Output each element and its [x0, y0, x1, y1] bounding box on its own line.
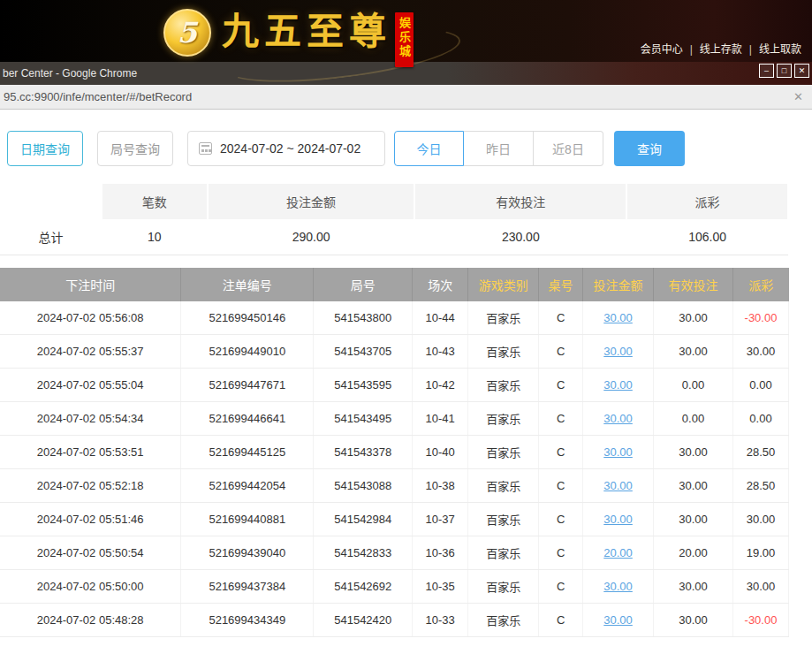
header-nav: 会员中心|线上存款|线上取款	[641, 41, 801, 56]
column-header: 下注时间	[0, 268, 181, 301]
bet-time: 2024-07-02 05:52:18	[0, 469, 181, 503]
bet-amount-cell: 30.00	[583, 503, 654, 536]
session-no: 10-40	[413, 436, 468, 469]
date-range-value: 2024-07-02 ~ 2024-07-02	[220, 141, 360, 156]
summary-valid-bet-value: 230.00	[414, 219, 626, 255]
bet-row: 2024-07-02 05:53:51521699445125541543378…	[0, 436, 789, 469]
site-header: 5 九五至尊 娱乐城 会员中心|线上存款|线上取款	[0, 0, 812, 62]
bet-amount-link[interactable]: 30.00	[603, 513, 633, 526]
table-no: C	[539, 369, 583, 402]
session-no: 10-41	[413, 402, 468, 436]
bet-row: 2024-07-02 05:48:28521699434349541542420…	[0, 604, 789, 637]
bet-time: 2024-07-02 05:50:00	[0, 570, 181, 604]
bet-amount-link[interactable]: 30.00	[603, 345, 633, 358]
url-input[interactable]: 95.cc:9900/infe/mcenter/#/betRecord	[0, 90, 192, 103]
bet-time: 2024-07-02 05:54:34	[0, 402, 181, 436]
bet-amount-link[interactable]: 30.00	[603, 445, 633, 459]
table-no: C	[539, 436, 583, 469]
bet-row: 2024-07-02 05:55:04521699447671541543595…	[0, 369, 789, 402]
valid-bet: 0.00	[654, 369, 733, 402]
game-type: 百家乐	[468, 335, 539, 369]
valid-bet: 30.00	[654, 335, 733, 369]
bet-id: 521699447671	[181, 369, 314, 402]
round-query-button[interactable]: 局号查询	[97, 131, 173, 166]
nav-separator: |	[749, 43, 752, 56]
round-no: 541543378	[314, 436, 413, 469]
valid-bet: 0.00	[654, 402, 733, 436]
payout: 19.00	[732, 536, 788, 570]
table-no: C	[539, 402, 583, 436]
nav-separator: |	[690, 43, 693, 56]
valid-bet: 30.00	[654, 469, 733, 503]
summary-header-count: 笔数	[102, 184, 208, 219]
bet-amount-link[interactable]: 20.00	[603, 546, 633, 559]
bet-amount-link[interactable]: 30.00	[603, 311, 633, 324]
bet-row: 2024-07-02 05:54:34521699446641541543495…	[0, 402, 789, 436]
payout: 30.00	[732, 570, 788, 604]
quick-range-group: 今日 昨日 近8日	[394, 131, 603, 166]
column-header: 游戏类别	[468, 268, 539, 301]
round-no: 541542984	[314, 503, 413, 536]
minimize-button[interactable]: –	[759, 64, 774, 78]
bet-amount-link[interactable]: 30.00	[603, 479, 633, 492]
bet-amount-link[interactable]: 30.00	[603, 378, 633, 392]
quick-today-button[interactable]: 今日	[394, 131, 464, 166]
date-query-button[interactable]: 日期查询	[7, 131, 83, 166]
game-type: 百家乐	[468, 469, 539, 503]
bet-time: 2024-07-02 05:50:54	[0, 536, 181, 570]
bet-amount-link[interactable]: 30.00	[603, 613, 633, 627]
summary-header-bet-amount: 投注金额	[208, 184, 415, 219]
bet-row: 2024-07-02 05:50:54521699439040541542833…	[0, 536, 789, 570]
date-range-picker[interactable]: 2024-07-02 ~ 2024-07-02	[187, 131, 385, 166]
bet-table-header-row: 下注时间注单编号局号场次游戏类别桌号投注金额有效投注派彩	[0, 268, 789, 301]
bet-id: 521699446641	[181, 402, 314, 436]
nav-online-withdraw[interactable]: 线上取款	[759, 43, 801, 56]
round-no: 541543495	[314, 402, 413, 436]
bet-time: 2024-07-02 05:53:51	[0, 436, 181, 469]
bet-row: 2024-07-02 05:50:00521699437384541542692…	[0, 570, 789, 604]
bet-amount-cell: 30.00	[583, 570, 654, 604]
table-no: C	[539, 570, 583, 604]
payout: 30.00	[732, 335, 788, 369]
payout: 28.50	[732, 469, 788, 503]
close-icon[interactable]: ✕	[793, 90, 803, 103]
payout: 0.00	[732, 369, 788, 402]
bet-time: 2024-07-02 05:55:04	[0, 369, 181, 402]
bet-id: 521699442054	[181, 469, 314, 503]
session-no: 10-37	[413, 503, 468, 536]
maximize-button[interactable]: □	[777, 64, 792, 78]
table-no: C	[539, 469, 583, 503]
bet-id: 521699439040	[181, 536, 314, 570]
summary-table: 笔数 投注金额 有效投注 派彩 总计 10 290.00 230.00 106.…	[0, 184, 789, 255]
column-header: 桌号	[539, 268, 583, 301]
close-button[interactable]: ✕	[794, 64, 809, 78]
game-type: 百家乐	[468, 570, 539, 604]
quick-yesterday-button[interactable]: 昨日	[464, 131, 534, 166]
game-type: 百家乐	[468, 301, 539, 335]
bet-amount-cell: 30.00	[583, 469, 654, 503]
quick-last8days-button[interactable]: 近8日	[534, 131, 603, 166]
bet-amount-cell: 30.00	[583, 301, 654, 335]
bet-amount-link[interactable]: 30.00	[603, 580, 633, 593]
bet-row: 2024-07-02 05:52:18521699442054541543088…	[0, 469, 789, 503]
summary-header-row: 笔数 投注金额 有效投注 派彩	[0, 184, 788, 219]
valid-bet: 30.00	[654, 301, 733, 335]
column-header: 局号	[314, 268, 413, 301]
search-button[interactable]: 查询	[614, 131, 685, 166]
session-no: 10-38	[413, 469, 468, 503]
session-no: 10-42	[413, 369, 468, 402]
game-type: 百家乐	[468, 436, 539, 469]
nav-member-center[interactable]: 会员中心	[641, 43, 683, 56]
nav-online-deposit[interactable]: 线上存款	[700, 43, 742, 56]
session-no: 10-35	[413, 570, 468, 604]
bet-amount-cell: 20.00	[583, 536, 654, 570]
bet-amount-link[interactable]: 30.00	[603, 412, 633, 425]
logo-text: 九五至尊	[222, 5, 391, 58]
round-no: 541543595	[314, 369, 413, 402]
valid-bet: 30.00	[654, 570, 733, 604]
column-header: 投注金额	[583, 268, 654, 301]
window-title: ber Center - Google Chrome	[0, 67, 137, 80]
bet-time: 2024-07-02 05:51:46	[0, 503, 181, 536]
column-header: 场次	[413, 268, 468, 301]
session-no: 10-43	[413, 335, 468, 369]
